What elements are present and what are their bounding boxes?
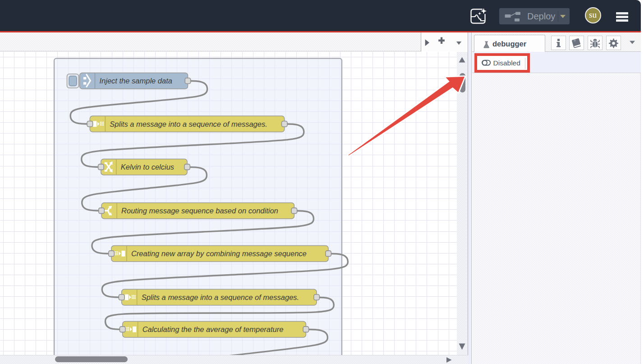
svg-text:Routing message sequence based: Routing message sequence based on condit… — [121, 207, 278, 215]
svg-text:Splits a message into a sequen: Splits a message into a sequence of mess… — [142, 293, 299, 301]
svg-text:Splits a message into a sequen: Splits a message into a sequence of mess… — [110, 120, 267, 128]
svg-text:Inject the sample data: Inject the sample data — [100, 77, 172, 85]
svg-text:Calculating the the average of: Calculating the the average of temperatu… — [143, 325, 284, 333]
svg-text:Creating new array by combinin: Creating new array by combining message … — [131, 249, 307, 258]
svg-text:Kelvin to celcius: Kelvin to celcius — [121, 163, 174, 171]
